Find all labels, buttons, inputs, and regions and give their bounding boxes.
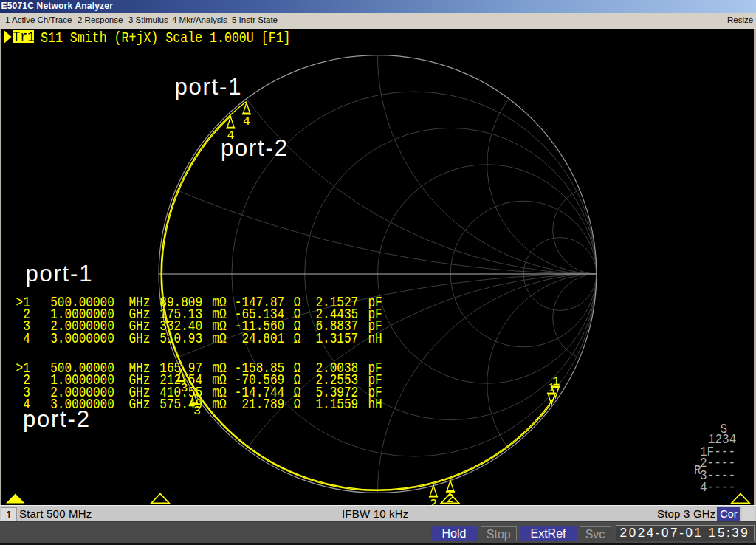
svg-text:4: 4 (243, 114, 250, 128)
svg-text:1: 1 (547, 381, 554, 395)
svg-text:2: 2 (430, 497, 437, 505)
